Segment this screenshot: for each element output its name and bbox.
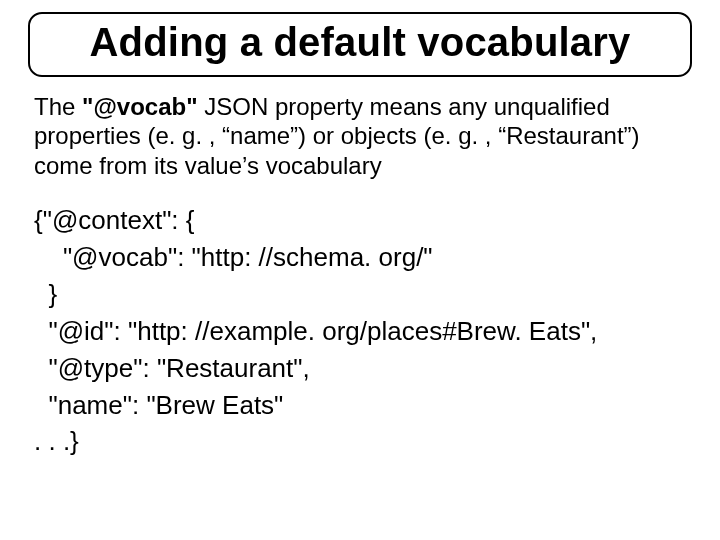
code-line-4: "@id": "http: //example. org/places#Brew…	[34, 316, 597, 346]
code-block: {"@context": { "@vocab": "http: //schema…	[34, 202, 686, 460]
title-box: Adding a default vocabulary	[28, 12, 692, 77]
code-line-5: "@type": "Restaurant",	[34, 353, 310, 383]
slide: Adding a default vocabulary The "@vocab"…	[0, 0, 720, 540]
page-title: Adding a default vocabulary	[48, 20, 672, 65]
desc-pre: The	[34, 93, 82, 120]
code-line-6: "name": "Brew Eats"	[34, 390, 283, 420]
code-line-3: }	[34, 279, 57, 309]
code-line-7: . . .}	[34, 426, 79, 456]
desc-bold: "@vocab"	[82, 93, 198, 120]
code-line-2: "@vocab": "http: //schema. org/"	[34, 242, 433, 272]
description-paragraph: The "@vocab" JSON property means any unq…	[34, 92, 686, 180]
code-line-1: {"@context": {	[34, 205, 195, 235]
